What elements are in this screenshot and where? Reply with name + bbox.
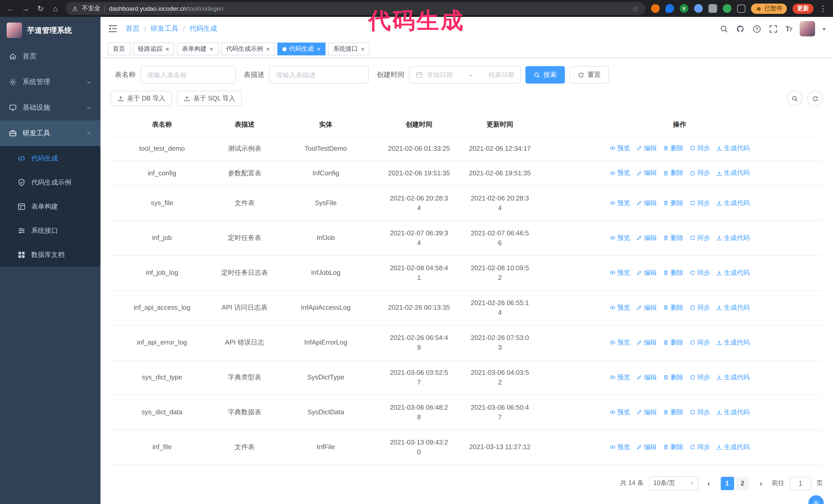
search-button[interactable]: 搜索 — [525, 66, 565, 83]
tab-close-icon[interactable]: × — [361, 45, 364, 52]
edit-link[interactable]: 编辑 — [636, 442, 657, 452]
help-icon[interactable]: ? — [753, 24, 761, 33]
generate-code-link[interactable]: 生成代码 — [716, 338, 750, 347]
sync-link[interactable]: 同步 — [690, 442, 710, 452]
generate-code-link[interactable]: 生成代码 — [716, 303, 750, 312]
preview-link[interactable]: 预览 — [610, 373, 630, 382]
refresh-table-button[interactable] — [807, 91, 823, 106]
avatar[interactable] — [800, 21, 815, 37]
sync-link[interactable]: 同步 — [690, 407, 710, 417]
tab-close-icon[interactable]: × — [210, 45, 213, 52]
preview-link[interactable]: 预览 — [610, 303, 630, 312]
tab-item[interactable]: 表单构建× — [177, 43, 218, 55]
generate-code-link[interactable]: 生成代码 — [716, 268, 750, 278]
edit-link[interactable]: 编辑 — [636, 168, 657, 178]
browser-home-icon[interactable]: ⌂ — [51, 4, 60, 13]
extension-icon[interactable]: V — [680, 4, 688, 13]
preview-link[interactable]: 预览 — [610, 198, 630, 208]
hamburger-icon[interactable] — [108, 25, 117, 33]
delete-link[interactable]: 删除 — [663, 268, 684, 278]
generate-code-link[interactable]: 生成代码 — [716, 144, 750, 153]
generate-code-link[interactable]: 生成代码 — [716, 373, 750, 382]
edit-link[interactable]: 编辑 — [636, 233, 657, 243]
browser-back-icon[interactable]: ← — [6, 4, 15, 13]
preview-link[interactable]: 预览 — [610, 233, 630, 243]
fullscreen-icon[interactable] — [769, 24, 778, 33]
sidebar-item-form-builder[interactable]: 表单构建 — [0, 194, 100, 218]
preview-link[interactable]: 预览 — [610, 442, 630, 452]
sidebar-item-code-generation[interactable]: 代码生成 — [0, 146, 100, 170]
tab-close-icon[interactable]: × — [166, 45, 169, 52]
table-name-input[interactable] — [140, 66, 236, 83]
table-desc-input[interactable] — [269, 66, 368, 83]
edit-link[interactable]: 编辑 — [636, 373, 657, 382]
sync-link[interactable]: 同步 — [690, 268, 710, 278]
date-range-picker[interactable]: 开始日期 - 结束日期 — [409, 66, 521, 83]
sync-link[interactable]: 同步 — [690, 168, 710, 178]
browser-menu-icon[interactable]: ⋮ — [819, 4, 827, 13]
generate-code-link[interactable]: 生成代码 — [716, 198, 750, 208]
toggle-search-button[interactable] — [787, 91, 802, 106]
tab-item[interactable]: 链路追踪× — [133, 43, 174, 55]
tab-close-icon[interactable]: × — [266, 45, 270, 52]
preview-link[interactable]: 预览 — [610, 168, 630, 178]
delete-link[interactable]: 删除 — [663, 442, 684, 452]
import-db-button[interactable]: 基于 DB 导入 — [111, 91, 172, 106]
sidebar-item-system-api[interactable]: 系统接口 — [0, 218, 100, 242]
delete-link[interactable]: 删除 — [663, 338, 684, 347]
delete-link[interactable]: 删除 — [663, 407, 684, 417]
search-icon[interactable] — [720, 24, 729, 33]
extension-icon[interactable] — [651, 4, 660, 13]
import-sql-button[interactable]: 基于 SQL 导入 — [177, 91, 242, 106]
browser-forward-icon[interactable]: → — [21, 4, 30, 13]
page-size-select[interactable]: 10条/页 ▾ — [649, 476, 698, 490]
sidebar-item-codegen-example[interactable]: 代码生成示例 — [0, 170, 100, 194]
sidebar-item-infrastructure[interactable]: 基础设施 — [0, 95, 100, 120]
delete-link[interactable]: 删除 — [663, 168, 684, 178]
sync-link[interactable]: 同步 — [690, 338, 710, 347]
edit-link[interactable]: 编辑 — [636, 268, 657, 278]
delete-link[interactable]: 删除 — [663, 198, 684, 208]
sync-link[interactable]: 同步 — [690, 303, 710, 312]
update-button[interactable]: 更新 — [792, 3, 813, 14]
breadcrumb-home[interactable]: 首页 — [125, 24, 139, 33]
edit-link[interactable]: 编辑 — [636, 198, 657, 208]
browser-url-bar[interactable]: ⚠ 不安全 dashboard.yudao.iocoder.cn/tool/co… — [66, 2, 645, 15]
next-page-button[interactable]: › — [755, 479, 767, 487]
github-icon[interactable] — [736, 24, 745, 33]
delete-link[interactable]: 删除 — [663, 144, 684, 153]
delete-link[interactable]: 删除 — [663, 233, 684, 243]
preview-link[interactable]: 预览 — [610, 268, 630, 278]
extension-icon[interactable] — [694, 4, 703, 13]
paused-badge[interactable]: ☻ 已暂停 — [751, 3, 787, 14]
prev-page-button[interactable]: ‹ — [703, 479, 714, 487]
extension-icon[interactable] — [709, 4, 717, 13]
page-number-button[interactable]: 1 — [720, 477, 734, 490]
edit-link[interactable]: 编辑 — [636, 338, 657, 347]
sidebar-item-dev-tools[interactable]: 研发工具 — [0, 120, 100, 146]
browser-reload-icon[interactable]: ↻ — [36, 4, 45, 13]
breadcrumb-devtools[interactable]: 研发工具 — [151, 24, 178, 33]
delete-link[interactable]: 删除 — [663, 303, 684, 312]
generate-code-link[interactable]: 生成代码 — [716, 407, 750, 417]
tab-item[interactable]: 代码生成× — [277, 43, 326, 55]
sync-link[interactable]: 同步 — [690, 144, 710, 153]
generate-code-link[interactable]: 生成代码 — [716, 168, 750, 178]
edit-link[interactable]: 编辑 — [636, 303, 657, 312]
font-size-icon[interactable]: TT — [786, 25, 792, 33]
extension-icon[interactable] — [665, 4, 674, 13]
preview-link[interactable]: 预览 — [610, 338, 630, 347]
delete-link[interactable]: 删除 — [663, 373, 684, 382]
tab-item[interactable]: 系统接口× — [328, 43, 370, 55]
preview-link[interactable]: 预览 — [610, 407, 630, 417]
extensions-puzzle-icon[interactable] — [737, 4, 745, 13]
chevron-down-icon[interactable]: ▾ — [823, 26, 825, 31]
generate-code-link[interactable]: 生成代码 — [716, 233, 750, 243]
reset-button[interactable]: 重置 — [570, 66, 609, 83]
sync-link[interactable]: 同步 — [690, 373, 710, 382]
sidebar-item-db-docs[interactable]: 数据库文档 — [0, 242, 100, 267]
sidebar-item-system-mgmt[interactable]: 系统管理 — [0, 69, 100, 95]
tab-item[interactable]: 代码生成示例× — [221, 43, 275, 55]
edit-link[interactable]: 编辑 — [636, 144, 657, 153]
generate-code-link[interactable]: 生成代码 — [716, 442, 750, 452]
